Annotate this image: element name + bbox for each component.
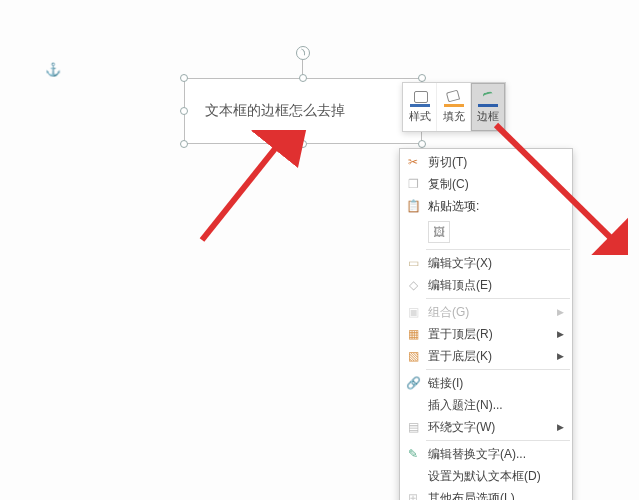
submenu-arrow-icon: ▶ <box>557 422 564 432</box>
submenu-arrow-icon: ▶ <box>557 307 564 317</box>
menu-separator <box>426 369 570 370</box>
menu-bring-front-label: 置于顶层(R) <box>428 326 493 343</box>
menu-more-layout[interactable]: ⊞ 其他布局选项(L)... <box>400 487 572 500</box>
menu-edit-text-label: 编辑文字(X) <box>428 255 492 272</box>
style-label: 样式 <box>409 109 431 124</box>
menu-separator <box>426 440 570 441</box>
bring-front-icon: ▦ <box>405 326 421 342</box>
textbox-content: 文本框的边框怎么去掉 <box>205 102 345 120</box>
resize-handle-bm[interactable] <box>299 140 307 148</box>
layout-icon: ⊞ <box>405 490 421 500</box>
menu-copy-label: 复制(C) <box>428 176 469 193</box>
edit-text-icon: ▭ <box>405 255 421 271</box>
resize-handle-bl[interactable] <box>180 140 188 148</box>
resize-handle-ml[interactable] <box>180 107 188 115</box>
menu-set-default[interactable]: 设置为默认文本框(D) <box>400 465 572 487</box>
resize-handle-br[interactable] <box>418 140 426 148</box>
svg-line-0 <box>202 140 282 240</box>
menu-more-layout-label: 其他布局选项(L)... <box>428 490 525 501</box>
paste-option-picture[interactable]: 🖼 <box>428 221 450 243</box>
menu-separator <box>426 298 570 299</box>
link-icon: 🔗 <box>405 375 421 391</box>
menu-alt-text-label: 编辑替换文字(A)... <box>428 446 526 463</box>
edit-points-icon: ◇ <box>405 277 421 293</box>
context-menu: ✂ 剪切(T) ❐ 复制(C) 📋 粘贴选项: 🖼 ▭ 编辑文字(X) ◇ 编辑… <box>399 148 573 500</box>
menu-send-back-label: 置于底层(K) <box>428 348 492 365</box>
paste-icon: 📋 <box>405 198 421 214</box>
annotation-arrow-left <box>192 130 312 250</box>
menu-copy[interactable]: ❐ 复制(C) <box>400 173 572 195</box>
textbox-selection[interactable]: 文本框的边框怎么去掉 <box>184 78 422 144</box>
textbox[interactable]: 文本框的边框怎么去掉 <box>184 78 422 144</box>
resize-handle-tl[interactable] <box>180 74 188 82</box>
submenu-arrow-icon: ▶ <box>557 351 564 361</box>
menu-paste-label: 粘贴选项: <box>428 198 479 215</box>
alt-text-icon: ✎ <box>405 446 421 462</box>
menu-hyperlink[interactable]: 🔗 链接(I) <box>400 372 572 394</box>
mini-toolbar: 样式 填充 边框 <box>402 82 506 132</box>
menu-edit-points[interactable]: ◇ 编辑顶点(E) <box>400 274 572 296</box>
wrap-icon: ▤ <box>405 419 421 435</box>
copy-icon: ❐ <box>405 176 421 192</box>
menu-wrap-text[interactable]: ▤ 环绕文字(W) ▶ <box>400 416 572 438</box>
style-icon <box>410 91 430 107</box>
submenu-arrow-icon: ▶ <box>557 329 564 339</box>
border-label: 边框 <box>477 109 499 124</box>
menu-insert-caption-label: 插入题注(N)... <box>428 397 503 414</box>
menu-cut[interactable]: ✂ 剪切(T) <box>400 151 572 173</box>
menu-cut-label: 剪切(T) <box>428 154 467 171</box>
menu-group-label: 组合(G) <box>428 304 469 321</box>
fill-label: 填充 <box>443 109 465 124</box>
menu-set-default-label: 设置为默认文本框(D) <box>428 468 541 485</box>
menu-bring-front[interactable]: ▦ 置于顶层(R) ▶ <box>400 323 572 345</box>
rotation-handle[interactable] <box>296 46 310 60</box>
send-back-icon: ▧ <box>405 348 421 364</box>
menu-edit-points-label: 编辑顶点(E) <box>428 277 492 294</box>
menu-edit-text[interactable]: ▭ 编辑文字(X) <box>400 252 572 274</box>
paste-options-row: 🖼 <box>400 217 572 247</box>
menu-insert-caption[interactable]: 插入题注(N)... <box>400 394 572 416</box>
anchor-icon: ⚓ <box>45 62 61 77</box>
menu-separator <box>426 249 570 250</box>
fill-button[interactable]: 填充 <box>437 83 471 131</box>
menu-paste-header: 📋 粘贴选项: <box>400 195 572 217</box>
resize-handle-tm[interactable] <box>299 74 307 82</box>
menu-alt-text[interactable]: ✎ 编辑替换文字(A)... <box>400 443 572 465</box>
border-icon <box>478 91 498 107</box>
group-icon: ▣ <box>405 304 421 320</box>
menu-wrap-text-label: 环绕文字(W) <box>428 419 495 436</box>
menu-send-back[interactable]: ▧ 置于底层(K) ▶ <box>400 345 572 367</box>
style-button[interactable]: 样式 <box>403 83 437 131</box>
menu-group: ▣ 组合(G) ▶ <box>400 301 572 323</box>
menu-hyperlink-label: 链接(I) <box>428 375 463 392</box>
fill-icon <box>444 91 464 107</box>
border-button[interactable]: 边框 <box>471 83 505 131</box>
cut-icon: ✂ <box>405 154 421 170</box>
resize-handle-tr[interactable] <box>418 74 426 82</box>
